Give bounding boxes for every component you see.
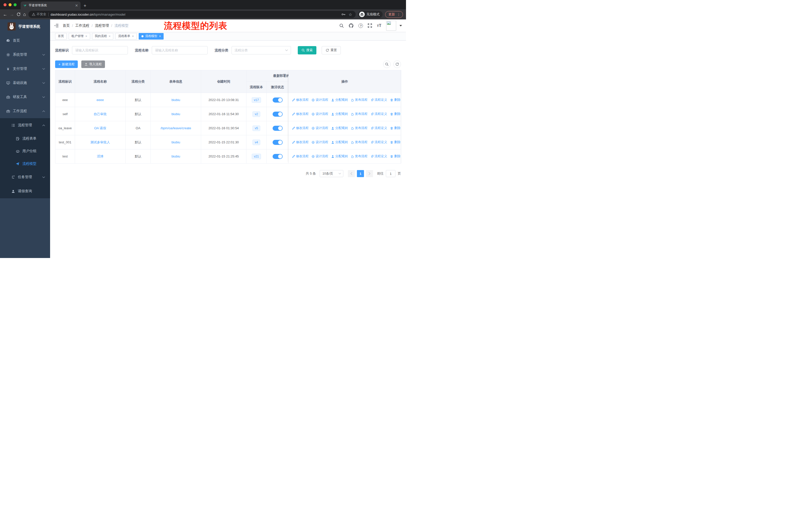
close-window-button[interactable]: [3, 3, 6, 6]
close-icon[interactable]: ×: [132, 34, 134, 38]
create-process-button[interactable]: + 新建流程: [55, 60, 78, 68]
assign-rule-link[interactable]: 分配规则: [331, 126, 348, 130]
sidebar-item-home[interactable]: 首页: [0, 33, 50, 48]
address-bar[interactable]: 不安全 dashboard.yudao.iocoder.cn/bpm/manag…: [28, 11, 356, 18]
reset-button[interactable]: 重置: [322, 46, 341, 54]
minimize-window-button[interactable]: [8, 3, 11, 6]
process-name-link[interactable]: eeee: [97, 98, 104, 102]
sidebar-item-payment[interactable]: ¥ 支付管理: [0, 62, 50, 76]
app-logo[interactable]: 芋道管理系统: [0, 19, 50, 33]
process-definition-link[interactable]: 流程定义: [371, 154, 387, 159]
sidebar-item-process-form[interactable]: 流程表单: [0, 132, 50, 145]
next-page-button[interactable]: [366, 170, 373, 177]
sidebar-item-process-management[interactable]: 流程管理: [0, 118, 50, 132]
tag-process-form[interactable]: 流程表单 ×: [115, 33, 137, 39]
help-icon[interactable]: ?: [358, 23, 363, 28]
delete-link[interactable]: 删除: [390, 140, 401, 144]
design-process-link[interactable]: 设计流程: [312, 140, 328, 144]
design-process-link[interactable]: 设计流程: [312, 98, 328, 102]
edit-process-link[interactable]: 修改流程: [292, 140, 309, 144]
sidebar-item-task-management[interactable]: 任务管理: [0, 170, 50, 184]
version-badge[interactable]: v17: [252, 97, 261, 103]
design-process-link[interactable]: 设计流程: [312, 126, 328, 130]
active-toggle[interactable]: [272, 140, 283, 145]
form-info-link[interactable]: biubiu: [171, 155, 180, 158]
process-name-link[interactable]: OA 请假: [94, 126, 106, 130]
refresh-button[interactable]: [394, 60, 401, 68]
publish-process-link[interactable]: 发布流程: [351, 98, 368, 102]
sidebar-item-workflow[interactable]: 工作流程: [0, 104, 50, 118]
back-icon[interactable]: ←: [3, 12, 7, 17]
close-icon[interactable]: ×: [85, 34, 87, 38]
active-toggle[interactable]: [272, 112, 283, 117]
sidebar-item-leave-query[interactable]: 请假查询: [0, 184, 50, 198]
process-definition-link[interactable]: 流程定义: [371, 126, 387, 130]
form-info-link[interactable]: biubiu: [171, 140, 180, 144]
sidebar-item-system[interactable]: 系统管理: [0, 48, 50, 62]
process-name-link[interactable]: 测试多审批人: [90, 140, 110, 144]
process-definition-link[interactable]: 流程定义: [371, 112, 387, 116]
search-button[interactable]: 搜索: [298, 46, 316, 54]
sidebar-item-user-group[interactable]: 用户分组: [0, 145, 50, 158]
font-size-icon[interactable]: ᴛT: [377, 23, 381, 28]
close-icon[interactable]: ×: [159, 34, 161, 38]
form-info-link[interactable]: biubiu: [171, 98, 180, 102]
process-category-select[interactable]: 流程分类: [232, 46, 291, 54]
bookmark-star-icon[interactable]: ☆: [349, 12, 352, 17]
delete-link[interactable]: 删除: [390, 126, 401, 130]
breadcrumb-workflow[interactable]: 工作流程: [75, 23, 89, 28]
assign-rule-link[interactable]: 分配规则: [331, 140, 348, 144]
search-icon[interactable]: [339, 23, 344, 28]
tag-my-process[interactable]: 我的流程 ×: [92, 33, 114, 39]
process-name-input[interactable]: [152, 46, 208, 54]
github-icon[interactable]: [349, 23, 354, 28]
browser-update-button[interactable]: 更新 ⋮: [385, 11, 403, 18]
sidebar-item-infrastructure[interactable]: 基础设施: [0, 76, 50, 90]
forward-icon[interactable]: →: [10, 12, 14, 17]
assign-rule-link[interactable]: 分配规则: [331, 112, 348, 116]
sidebar-item-process-model[interactable]: 流程模型: [0, 158, 50, 170]
sidebar-fold-icon[interactable]: [54, 24, 59, 27]
sidebar-item-dev-tools[interactable]: 研发工具: [0, 90, 50, 104]
home-icon[interactable]: ⌂: [23, 12, 26, 17]
tag-home[interactable]: 首页: [55, 33, 67, 39]
tag-process-model[interactable]: 流程模型 ×: [139, 33, 164, 39]
prev-page-button[interactable]: [348, 170, 355, 177]
tag-tenant[interactable]: 租户管理 ×: [69, 33, 90, 39]
new-tab-button[interactable]: +: [84, 3, 86, 8]
delete-link[interactable]: 删除: [390, 112, 401, 116]
avatar[interactable]: [386, 21, 396, 31]
form-info-link[interactable]: biubiu: [171, 112, 180, 116]
version-badge[interactable]: v2: [253, 111, 260, 117]
process-id-input[interactable]: [72, 46, 128, 54]
active-toggle[interactable]: [272, 126, 283, 131]
publish-process-link[interactable]: 发布流程: [351, 140, 368, 144]
version-badge[interactable]: v21: [252, 154, 261, 159]
delete-link[interactable]: 删除: [390, 98, 401, 102]
fullscreen-icon[interactable]: [368, 23, 372, 28]
caret-down-icon[interactable]: [400, 25, 402, 26]
reload-icon[interactable]: [17, 12, 21, 17]
version-badge[interactable]: v4: [253, 140, 260, 145]
process-definition-link[interactable]: 流程定义: [371, 98, 387, 102]
edit-process-link[interactable]: 修改流程: [292, 126, 309, 130]
zoom-window-button[interactable]: [13, 3, 17, 6]
process-name-link[interactable]: 自己审批: [94, 112, 107, 116]
edit-process-link[interactable]: 修改流程: [292, 112, 309, 116]
publish-process-link[interactable]: 发布流程: [351, 126, 368, 130]
browser-menu-icon[interactable]: ⋮: [397, 12, 401, 17]
close-icon[interactable]: ×: [109, 34, 111, 38]
design-process-link[interactable]: 设计流程: [312, 154, 328, 159]
not-secure-warning[interactable]: 不安全: [32, 12, 46, 17]
form-info-link[interactable]: /bpm/oa/leave/create: [161, 126, 191, 130]
page-number-current[interactable]: 1: [357, 170, 364, 177]
tab-close-icon[interactable]: ✕: [75, 4, 78, 7]
publish-process-link[interactable]: 发布流程: [351, 112, 368, 116]
active-toggle[interactable]: [272, 98, 283, 103]
goto-page-input[interactable]: [386, 170, 396, 177]
delete-link[interactable]: 删除: [390, 154, 401, 159]
show-search-button[interactable]: [383, 60, 390, 68]
process-name-link[interactable]: 滔博: [97, 155, 104, 158]
edit-process-link[interactable]: 修改流程: [292, 98, 309, 102]
active-toggle[interactable]: [272, 154, 283, 159]
